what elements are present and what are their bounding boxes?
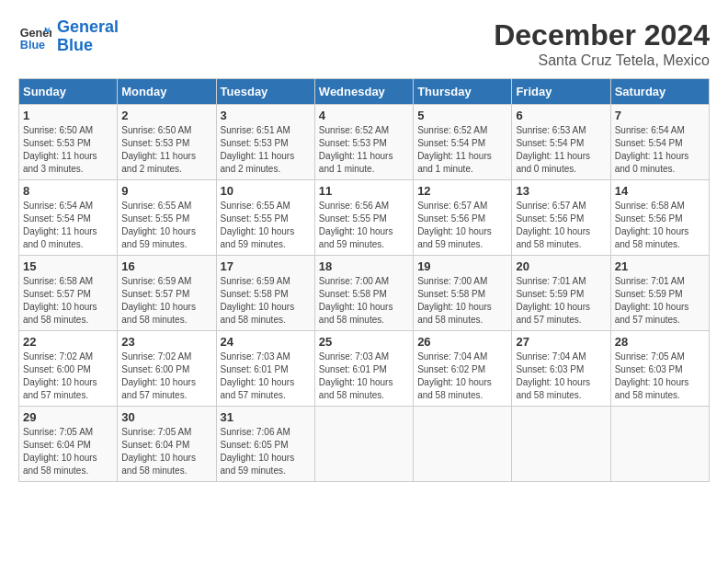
- calendar-day-cell: 13 Sunrise: 6:57 AM Sunset: 5:56 PM Dayl…: [512, 180, 610, 256]
- day-number: 9: [121, 184, 211, 198]
- calendar-day-cell: 15 Sunrise: 6:58 AM Sunset: 5:57 PM Dayl…: [19, 256, 118, 331]
- svg-text:Blue: Blue: [20, 38, 45, 51]
- day-number: 26: [417, 335, 507, 349]
- day-info: Sunrise: 6:54 AM Sunset: 5:54 PM Dayligh…: [615, 124, 705, 176]
- day-info: Sunrise: 7:05 AM Sunset: 6:03 PM Dayligh…: [615, 350, 705, 402]
- calendar-day-cell: 10 Sunrise: 6:55 AM Sunset: 5:55 PM Dayl…: [216, 180, 314, 256]
- day-number: 7: [615, 109, 705, 122]
- day-info: Sunrise: 7:02 AM Sunset: 6:00 PM Dayligh…: [23, 350, 113, 402]
- day-of-week-header: Monday: [118, 79, 216, 105]
- calendar-day-cell: 1 Sunrise: 6:50 AM Sunset: 5:53 PM Dayli…: [19, 105, 118, 180]
- calendar-day-cell: [414, 407, 512, 482]
- day-number: 20: [516, 259, 606, 273]
- day-info: Sunrise: 6:57 AM Sunset: 5:56 PM Dayligh…: [516, 200, 606, 251]
- calendar-day-cell: 3 Sunrise: 6:51 AM Sunset: 5:53 PM Dayli…: [216, 105, 314, 180]
- day-info: Sunrise: 6:50 AM Sunset: 5:53 PM Dayligh…: [23, 124, 113, 176]
- calendar-day-cell: 19 Sunrise: 7:00 AM Sunset: 5:58 PM Dayl…: [414, 256, 512, 331]
- day-number: 13: [516, 184, 606, 198]
- day-info: Sunrise: 7:05 AM Sunset: 6:04 PM Dayligh…: [23, 426, 113, 477]
- calendar-table: SundayMondayTuesdayWednesdayThursdayFrid…: [18, 78, 710, 482]
- day-number: 29: [23, 410, 113, 424]
- day-number: 1: [23, 109, 113, 122]
- logo: General Blue GeneralBlue: [18, 18, 119, 55]
- day-number: 17: [221, 259, 311, 273]
- calendar-day-cell: 27 Sunrise: 7:04 AM Sunset: 6:03 PM Dayl…: [512, 331, 610, 407]
- day-info: Sunrise: 6:50 AM Sunset: 5:53 PM Dayligh…: [121, 124, 211, 176]
- day-number: 14: [615, 184, 705, 198]
- day-number: 18: [319, 259, 409, 273]
- day-number: 22: [23, 335, 113, 349]
- day-info: Sunrise: 7:01 AM Sunset: 5:59 PM Dayligh…: [615, 275, 705, 327]
- day-number: 6: [516, 109, 606, 122]
- day-number: 30: [121, 410, 211, 424]
- calendar-day-cell: 11 Sunrise: 6:56 AM Sunset: 5:55 PM Dayl…: [314, 180, 413, 256]
- calendar-day-cell: 16 Sunrise: 6:59 AM Sunset: 5:57 PM Dayl…: [118, 256, 216, 331]
- day-of-week-header: Wednesday: [314, 79, 413, 105]
- calendar-week-row: 29 Sunrise: 7:05 AM Sunset: 6:04 PM Dayl…: [19, 407, 710, 482]
- day-info: Sunrise: 6:58 AM Sunset: 5:56 PM Dayligh…: [615, 200, 705, 251]
- day-info: Sunrise: 7:03 AM Sunset: 6:01 PM Dayligh…: [221, 350, 311, 402]
- day-info: Sunrise: 6:52 AM Sunset: 5:53 PM Dayligh…: [319, 124, 409, 176]
- day-info: Sunrise: 6:54 AM Sunset: 5:54 PM Dayligh…: [23, 200, 113, 251]
- calendar-day-cell: 30 Sunrise: 7:05 AM Sunset: 6:04 PM Dayl…: [118, 407, 216, 482]
- calendar-day-cell: 26 Sunrise: 7:04 AM Sunset: 6:02 PM Dayl…: [414, 331, 512, 407]
- day-info: Sunrise: 7:00 AM Sunset: 5:58 PM Dayligh…: [417, 275, 507, 327]
- day-info: Sunrise: 7:04 AM Sunset: 6:02 PM Dayligh…: [417, 350, 507, 402]
- day-number: 8: [23, 184, 113, 198]
- calendar-day-cell: 4 Sunrise: 6:52 AM Sunset: 5:53 PM Dayli…: [314, 105, 413, 180]
- day-info: Sunrise: 6:58 AM Sunset: 5:57 PM Dayligh…: [23, 275, 113, 327]
- calendar-day-cell: 5 Sunrise: 6:52 AM Sunset: 5:54 PM Dayli…: [414, 105, 512, 180]
- day-info: Sunrise: 7:00 AM Sunset: 5:58 PM Dayligh…: [319, 275, 409, 327]
- day-number: 5: [417, 109, 507, 122]
- day-number: 27: [516, 335, 606, 349]
- logo-icon: General Blue: [18, 20, 51, 53]
- calendar-day-cell: 14 Sunrise: 6:58 AM Sunset: 5:56 PM Dayl…: [610, 180, 709, 256]
- day-of-week-header: Sunday: [19, 79, 118, 105]
- calendar-day-cell: 23 Sunrise: 7:02 AM Sunset: 6:00 PM Dayl…: [118, 331, 216, 407]
- calendar-week-row: 15 Sunrise: 6:58 AM Sunset: 5:57 PM Dayl…: [19, 256, 710, 331]
- logo-text: GeneralBlue: [57, 18, 119, 55]
- calendar-day-cell: 9 Sunrise: 6:55 AM Sunset: 5:55 PM Dayli…: [118, 180, 216, 256]
- day-number: 16: [121, 259, 211, 273]
- calendar-day-cell: 18 Sunrise: 7:00 AM Sunset: 5:58 PM Dayl…: [314, 256, 413, 331]
- calendar-day-cell: 25 Sunrise: 7:03 AM Sunset: 6:01 PM Dayl…: [314, 331, 413, 407]
- day-number: 2: [121, 109, 211, 122]
- day-info: Sunrise: 6:57 AM Sunset: 5:56 PM Dayligh…: [417, 200, 507, 251]
- day-of-week-header: Thursday: [414, 79, 512, 105]
- day-number: 31: [221, 410, 311, 424]
- calendar-day-cell: 24 Sunrise: 7:03 AM Sunset: 6:01 PM Dayl…: [216, 331, 314, 407]
- day-number: 19: [417, 259, 507, 273]
- calendar-day-cell: 6 Sunrise: 6:53 AM Sunset: 5:54 PM Dayli…: [512, 105, 610, 180]
- page-header: General Blue GeneralBlue December 2024 S…: [18, 18, 710, 69]
- calendar-day-cell: 7 Sunrise: 6:54 AM Sunset: 5:54 PM Dayli…: [610, 105, 709, 180]
- day-info: Sunrise: 6:53 AM Sunset: 5:54 PM Dayligh…: [516, 124, 606, 176]
- calendar-day-cell: 17 Sunrise: 6:59 AM Sunset: 5:58 PM Dayl…: [216, 256, 314, 331]
- day-info: Sunrise: 7:02 AM Sunset: 6:00 PM Dayligh…: [121, 350, 211, 402]
- calendar-day-cell: [512, 407, 610, 482]
- day-info: Sunrise: 7:04 AM Sunset: 6:03 PM Dayligh…: [516, 350, 606, 402]
- calendar-week-row: 1 Sunrise: 6:50 AM Sunset: 5:53 PM Dayli…: [19, 105, 710, 180]
- day-of-week-header: Saturday: [610, 79, 709, 105]
- calendar-week-row: 22 Sunrise: 7:02 AM Sunset: 6:00 PM Dayl…: [19, 331, 710, 407]
- day-number: 11: [319, 184, 409, 198]
- calendar-week-row: 8 Sunrise: 6:54 AM Sunset: 5:54 PM Dayli…: [19, 180, 710, 256]
- day-number: 24: [221, 335, 311, 349]
- title-block: December 2024 Santa Cruz Tetela, Mexico: [494, 18, 710, 69]
- calendar-day-cell: 22 Sunrise: 7:02 AM Sunset: 6:00 PM Dayl…: [19, 331, 118, 407]
- day-info: Sunrise: 6:51 AM Sunset: 5:53 PM Dayligh…: [221, 124, 311, 176]
- calendar-day-cell: 8 Sunrise: 6:54 AM Sunset: 5:54 PM Dayli…: [19, 180, 118, 256]
- day-number: 12: [417, 184, 507, 198]
- day-number: 10: [221, 184, 311, 198]
- calendar-day-cell: [610, 407, 709, 482]
- calendar-day-cell: 20 Sunrise: 7:01 AM Sunset: 5:59 PM Dayl…: [512, 256, 610, 331]
- day-info: Sunrise: 6:55 AM Sunset: 5:55 PM Dayligh…: [221, 200, 311, 251]
- calendar-day-cell: 29 Sunrise: 7:05 AM Sunset: 6:04 PM Dayl…: [19, 407, 118, 482]
- calendar-day-cell: 12 Sunrise: 6:57 AM Sunset: 5:56 PM Dayl…: [414, 180, 512, 256]
- calendar-day-cell: 21 Sunrise: 7:01 AM Sunset: 5:59 PM Dayl…: [610, 256, 709, 331]
- day-of-week-header: Tuesday: [216, 79, 314, 105]
- calendar-header-row: SundayMondayTuesdayWednesdayThursdayFrid…: [19, 79, 710, 105]
- day-info: Sunrise: 7:01 AM Sunset: 5:59 PM Dayligh…: [516, 275, 606, 327]
- day-info: Sunrise: 7:03 AM Sunset: 6:01 PM Dayligh…: [319, 350, 409, 402]
- day-info: Sunrise: 6:55 AM Sunset: 5:55 PM Dayligh…: [121, 200, 211, 251]
- day-number: 28: [615, 335, 705, 349]
